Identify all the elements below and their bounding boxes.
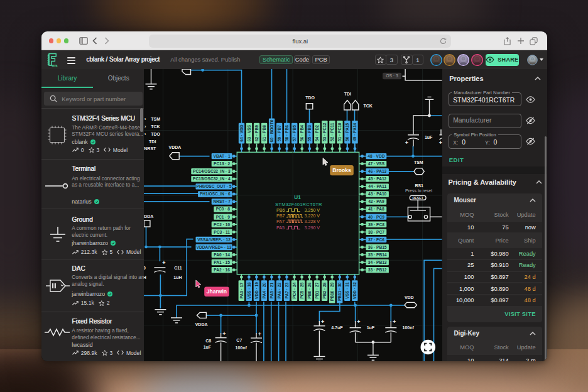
svg-text:45 · PA12: 45 · PA12	[369, 177, 387, 181]
svg-text:100nf: 100nf	[403, 326, 415, 330]
svg-text:64 · VDD: 64 · VDD	[239, 124, 244, 141]
svg-text:62 · PB9: 62 · PB9	[254, 125, 259, 141]
svg-text:0: 0	[144, 266, 146, 270]
svg-text:V: V	[317, 208, 320, 214]
svg-text:59 · PB7: 59 · PB7	[278, 125, 282, 141]
svg-text:VSS · 18: VSS · 18	[247, 282, 251, 299]
svg-text:PA7: PA7	[276, 219, 285, 224]
svg-text:›: ›	[145, 125, 147, 129]
svg-text:PA2 · 16: PA2 · 16	[214, 268, 231, 272]
svg-text:PC0 · 8: PC0 · 8	[216, 207, 231, 212]
svg-text:STM32F401RCT6TR: STM32F401RCT6TR	[276, 202, 323, 207]
svg-text:RS1: RS1	[415, 183, 424, 188]
svg-text:C7: C7	[237, 339, 242, 343]
svg-text:PB2 · 28: PB2 · 28	[323, 282, 327, 298]
svg-text:38 · PC7: 38 · PC7	[368, 230, 384, 234]
svg-text:+: +	[357, 318, 361, 325]
svg-text:+: +	[393, 318, 396, 325]
svg-text:PC5 · 25: PC5 · 25	[300, 282, 304, 298]
svg-text:VBAT · 1: VBAT · 1	[214, 154, 231, 158]
svg-text:PA3 · 17: PA3 · 17	[239, 283, 244, 299]
svg-text:40 · PC9: 40 · PC9	[368, 215, 384, 219]
svg-text:TDO: TDO	[151, 132, 161, 136]
svg-text:37 · PC6: 37 · PC6	[368, 237, 384, 242]
svg-text:C11: C11	[175, 266, 183, 270]
svg-text:35 · PB14: 35 · PB14	[368, 253, 387, 257]
svg-text:Press to reset: Press to reset	[406, 188, 433, 193]
svg-text:TCK: TCK	[364, 104, 373, 108]
svg-text:46 · PA13: 46 · PA13	[369, 169, 387, 173]
svg-text:+: +	[223, 330, 226, 337]
svg-text:VDDA: VDDA	[169, 146, 182, 150]
svg-text:36 · PB15: 36 · PB15	[368, 245, 387, 249]
svg-text:PA7 · 23: PA7 · 23	[285, 283, 289, 299]
svg-text:PC3 · 11: PC3 · 11	[214, 230, 231, 234]
svg-text:TSM: TSM	[151, 117, 161, 121]
svg-text:PA5: PA5	[276, 225, 285, 231]
svg-text:+: +	[405, 140, 408, 146]
svg-text:TCK: TCK	[151, 125, 160, 129]
svg-text:63 · VSS: 63 · VSS	[247, 124, 251, 141]
svg-text:VDD · 32: VDD · 32	[353, 282, 357, 299]
svg-text:PC15/OSC32_IN · 4: PC15/OSC32_IN · 4	[193, 177, 231, 181]
svg-text:34 · PB13: 34 · PB13	[368, 260, 387, 264]
svg-text:54 · PD2: 54 · PD2	[315, 125, 320, 141]
svg-text:PB6: PB6	[276, 208, 285, 214]
svg-text:PB0 · 26: PB0 · 26	[307, 282, 312, 298]
svg-text:100nf: 100nf	[236, 346, 248, 350]
svg-text:TSM: TSM	[414, 160, 423, 165]
svg-text:44 · PA11: 44 · PA11	[369, 184, 387, 188]
svg-text:TDI: TDI	[344, 92, 351, 96]
svg-text:Jharwin: Jharwin	[207, 288, 227, 295]
svg-text:PA5 · 21: PA5 · 21	[270, 283, 274, 299]
svg-text:H: H	[144, 275, 146, 280]
svg-text:PB11 · 30: PB11 · 30	[338, 283, 342, 302]
svg-text:C8: C8	[206, 339, 212, 343]
svg-text:TDI: TDI	[150, 139, 156, 144]
svg-text:RESET: RESET	[413, 196, 424, 200]
svg-text:VDDA/VRED+ · 13: VDDA/VRED+ · 13	[197, 245, 232, 249]
svg-text:PC1 · 9: PC1 · 9	[216, 215, 231, 219]
svg-text:41 · PA8: 41 · PA8	[369, 207, 385, 212]
svg-text:PA4 · 20: PA4 · 20	[262, 283, 266, 299]
svg-text:V: V	[317, 225, 320, 231]
svg-text:TDO: TDO	[306, 95, 315, 100]
svg-text:60 · BOOT0: 60 · BOOT0	[270, 119, 275, 142]
svg-text:VSS · 31: VSS · 31	[346, 282, 350, 299]
svg-text:NRST · 7: NRST · 7	[214, 200, 231, 204]
svg-text:55 · PB3: 55 · PB3	[308, 125, 312, 141]
svg-text:4.7uF: 4.7uF	[332, 325, 344, 330]
svg-text:PC14/OSC32_IN · 3: PC14/OSC32_IN · 3	[193, 169, 231, 173]
svg-text:52 · PC11: 52 · PC11	[330, 123, 335, 142]
svg-text:42 · PA9: 42 · PA9	[369, 200, 385, 204]
svg-text:56 · PB4: 56 · PB4	[300, 125, 305, 141]
svg-text:1uH: 1uH	[174, 275, 182, 280]
svg-text:3.290: 3.290	[305, 225, 316, 231]
svg-text:Brooks: Brooks	[333, 167, 352, 173]
svg-text:58 · PB6: 58 · PB6	[285, 125, 290, 141]
svg-text:33 · PB12: 33 · PB12	[368, 268, 387, 272]
svg-text:V: V	[317, 219, 320, 224]
svg-text:3.228: 3.228	[305, 219, 316, 224]
svg-text:PH1/OSC_IN · 6: PH1/OSC_IN · 6	[200, 192, 231, 197]
svg-text:PB10 · 29: PB10 · 29	[330, 282, 335, 301]
svg-text:49 · PA14: 49 · PA14	[353, 123, 357, 141]
svg-text:PA6 · 22: PA6 · 22	[277, 283, 281, 299]
svg-text:OS · 3: OS · 3	[386, 74, 399, 78]
svg-text:PH0/OSC_OUT · 5: PH0/OSC_OUT · 5	[197, 184, 232, 188]
svg-text:PC2 · 10: PC2 · 10	[214, 222, 231, 227]
svg-text:›: ›	[145, 117, 147, 121]
svg-text:PB1 · 27: PB1 · 27	[315, 282, 319, 298]
svg-text:51 · PC10: 51 · PC10	[338, 122, 342, 141]
svg-text:1uF: 1uF	[204, 345, 212, 349]
svg-text:47 · VSS: 47 · VSS	[368, 161, 385, 166]
svg-text:VDDA: VDDA	[144, 214, 153, 219]
svg-text:53 · PC12: 53 · PC12	[323, 122, 327, 141]
svg-text:48 · VDD: 48 · VDD	[368, 154, 385, 158]
svg-text:43 · PA10: 43 · PA10	[369, 192, 387, 197]
svg-text:BETA: BETA	[52, 65, 58, 67]
svg-text:VDD · 19: VDD · 19	[254, 282, 259, 299]
svg-text:U1: U1	[295, 195, 302, 201]
svg-text:1uF: 1uF	[367, 326, 375, 330]
svg-text:61 · PB8: 61 · PB8	[262, 125, 266, 141]
